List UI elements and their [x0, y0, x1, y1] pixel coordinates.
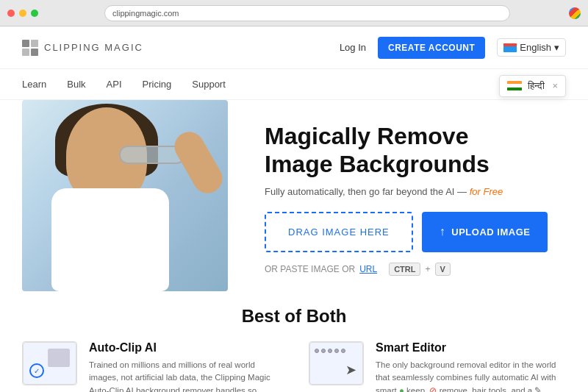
hero-free-text: for Free [470, 186, 503, 197]
hero-title-line2: Image Backgrounds [265, 151, 490, 177]
autoclip-description: Trained on millions and millions of real… [89, 359, 279, 392]
hero-woman-photo [22, 100, 228, 291]
upload-button[interactable]: ↑ UPLOAD IMAGE [422, 212, 548, 252]
nav-link-learn[interactable]: Learn [22, 79, 46, 90]
close-dot [7, 10, 15, 17]
hero-title: Magically Remove Image Backgrounds [265, 122, 566, 179]
language-label: English [520, 42, 551, 53]
language-selector[interactable]: English ▾ [497, 38, 566, 57]
paste-hint: OR PASTE IMAGE OR URL CTRL + V [265, 263, 566, 276]
paste-hint-text: OR PASTE IMAGE OR [265, 264, 355, 274]
autoclip-content: Auto-Clip AI Trained on millions and mil… [89, 341, 279, 392]
autoclip-icon-box: ✓ [22, 341, 77, 385]
drag-label: DRAG IMAGE HERE [288, 227, 390, 238]
logo-square-3 [22, 49, 29, 56]
upload-label: UPLOAD IMAGE [451, 227, 530, 238]
url-text: clippingmagic.com [112, 9, 179, 18]
minimize-dot [19, 10, 26, 17]
address-bar[interactable]: clippingmagic.com [104, 5, 510, 21]
smart-editor-icon-box: ➤ [309, 341, 364, 385]
action-buttons: DRAG IMAGE HERE ↑ UPLOAD IMAGE [265, 212, 566, 252]
autoclip-icon-bg: ✓ [23, 342, 76, 385]
logo-square-4 [31, 49, 38, 56]
hero-subtitle-prefix: Fully automatically, then go far beyond … [265, 186, 467, 197]
login-button[interactable]: Log In [340, 42, 366, 53]
india-flag [507, 81, 522, 91]
top-nav: CLIPPING MAGIC Log In CREATE ACCOUNT Eng… [0, 26, 588, 69]
logo-text: CLIPPING MAGIC [44, 42, 143, 53]
keep-icon: ● [399, 386, 404, 393]
chevron-down-icon: ▾ [554, 42, 559, 53]
nav-link-pricing[interactable]: Pricing [143, 79, 172, 90]
hero-image [22, 100, 250, 291]
toolbar-dot-1 [315, 349, 319, 353]
scalpel-icon: ✎ [534, 386, 542, 393]
checkmark-icon: ✓ [29, 363, 44, 378]
image-placeholder-icon [48, 349, 70, 367]
browser-controls [569, 7, 581, 19]
toolbar-dot-2 [321, 349, 326, 353]
logo-square-1 [22, 40, 29, 47]
drag-drop-area[interactable]: DRAG IMAGE HERE [265, 212, 413, 252]
nav-link-bulk[interactable]: Bulk [67, 79, 85, 90]
flag-green [507, 88, 522, 91]
hero-subtitle: Fully automatically, then go far beyond … [265, 186, 566, 197]
best-title: Best of Both [22, 306, 566, 327]
woman-body [51, 188, 169, 291]
hero-section: Magically Remove Image Backgrounds Fully… [0, 100, 588, 291]
toolbar-dots [315, 349, 345, 353]
toolbar-dot-4 [334, 349, 339, 353]
toolbar-dot-3 [328, 349, 332, 353]
smart-editor-title: Smart Editor [376, 341, 566, 354]
close-language-dropdown[interactable]: × [552, 80, 558, 91]
toolbar-dot-5 [341, 349, 345, 353]
nav-right: Log In CREATE ACCOUNT English ▾ हिन्दी × [340, 37, 566, 59]
hindi-option[interactable]: हिन्दी [528, 80, 545, 92]
plus-icon: + [425, 264, 430, 274]
fullscreen-dot [31, 10, 38, 17]
create-account-button[interactable]: CREATE ACCOUNT [378, 37, 485, 59]
browser-dots [7, 10, 38, 17]
autoclip-title: Auto-Clip AI [89, 341, 279, 354]
ctrl-key-badge: CTRL [389, 263, 420, 276]
smart-editor-content: Smart Editor The only background removal… [376, 341, 566, 392]
website: CLIPPING MAGIC Log In CREATE ACCOUNT Eng… [0, 26, 588, 392]
language-flag [503, 43, 517, 52]
features-row: ✓ Auto-Clip AI Trained on millions and m… [22, 341, 566, 392]
upload-arrow-icon: ↑ [440, 225, 446, 238]
cursor-icon: ➤ [345, 362, 356, 378]
logo: CLIPPING MAGIC [22, 40, 143, 56]
best-section: Best of Both ✓ Auto-Clip AI Trained on m… [0, 291, 588, 392]
feature-autoclip: ✓ Auto-Clip AI Trained on millions and m… [22, 341, 279, 392]
nav-link-api[interactable]: API [107, 79, 122, 90]
smart-editor-description: The only background removal editor in th… [376, 359, 566, 392]
browser-chrome: clippingmagic.com [0, 0, 588, 26]
language-dropdown: हिन्दी × [499, 75, 566, 97]
v-key-badge: V [435, 263, 451, 276]
google-icon [569, 7, 581, 19]
hero-content: Magically Remove Image Backgrounds Fully… [250, 100, 588, 291]
feature-smart-editor: ➤ Smart Editor The only background remov… [309, 341, 566, 392]
smart-icon-bg: ➤ [309, 342, 363, 385]
logo-icon [22, 40, 38, 56]
remove-icon: ⊘ [429, 386, 437, 393]
paste-url-link[interactable]: URL [359, 264, 377, 274]
nav-link-support[interactable]: Support [192, 79, 226, 90]
hero-title-line1: Magically Remove [265, 123, 468, 149]
logo-square-2 [31, 40, 38, 47]
